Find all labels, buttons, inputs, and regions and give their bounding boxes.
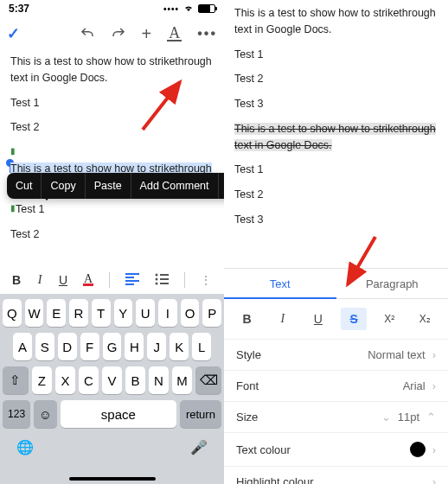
key-b[interactable]: B xyxy=(125,366,145,394)
paragraph[interactable]: Test 3 xyxy=(234,96,438,112)
tab-text[interactable]: Text xyxy=(224,269,336,299)
paragraph[interactable]: This is a test to show how to strikethro… xyxy=(10,54,214,86)
paragraph[interactable]: Test 2 xyxy=(234,71,438,87)
text-colour-option[interactable]: Text colour › xyxy=(224,433,448,467)
svg-rect-1 xyxy=(125,273,139,275)
key-v[interactable]: V xyxy=(102,366,122,394)
context-paste[interactable]: Paste xyxy=(86,173,131,199)
strikethrough-button[interactable]: S xyxy=(341,308,367,330)
key-shift[interactable]: ⇧ xyxy=(3,366,29,394)
svg-rect-8 xyxy=(160,278,169,280)
key-row-3: ⇧ Z X C V B N M ⌫ xyxy=(3,366,221,394)
more-icon[interactable]: ••• xyxy=(197,26,217,41)
key-a[interactable]: A xyxy=(13,333,32,360)
done-check-icon[interactable]: ✓ xyxy=(7,24,20,43)
text-color-button[interactable]: A xyxy=(83,274,93,286)
key-o[interactable]: O xyxy=(181,299,200,327)
key-q[interactable]: Q xyxy=(3,299,22,327)
text-format-icon[interactable]: A xyxy=(167,26,182,41)
right-screenshot: This is a test to show how to strikethro… xyxy=(224,0,448,484)
bold-button[interactable]: B xyxy=(234,308,260,330)
key-t[interactable]: T xyxy=(92,299,111,327)
key-return[interactable]: return xyxy=(180,400,221,428)
insert-plus-icon[interactable]: + xyxy=(142,24,152,44)
tab-paragraph[interactable]: Paragraph xyxy=(336,269,449,299)
key-f[interactable]: F xyxy=(80,333,99,360)
key-l[interactable]: L xyxy=(192,333,211,360)
subscript-button[interactable]: X₂ xyxy=(412,308,438,330)
style-option[interactable]: Style Normal text› xyxy=(224,340,448,371)
paragraph[interactable]: Test 1 xyxy=(10,95,214,111)
mic-icon[interactable]: 🎤 xyxy=(190,439,208,455)
colour-swatch xyxy=(410,442,426,457)
key-g[interactable]: G xyxy=(103,333,122,360)
chevron-right-icon: › xyxy=(432,475,436,484)
bullet-list-button[interactable] xyxy=(155,273,169,288)
redo-icon[interactable] xyxy=(111,26,126,41)
home-indicator[interactable] xyxy=(69,477,156,481)
key-space[interactable]: space xyxy=(61,400,176,428)
font-option[interactable]: Font Arial› xyxy=(224,371,448,402)
key-x[interactable]: X xyxy=(55,366,75,394)
format-buttons-row: B I U S X² X₂ xyxy=(224,299,448,340)
key-u[interactable]: U xyxy=(136,299,155,327)
key-n[interactable]: N xyxy=(149,366,169,394)
keyboard-bottom-row: 🌐 🎤 xyxy=(3,434,221,455)
paragraph[interactable]: Test 2 xyxy=(10,119,214,136)
paragraph[interactable]: Test 2 xyxy=(10,226,214,243)
context-cut[interactable]: Cut xyxy=(7,173,42,199)
chevron-right-icon: › xyxy=(432,443,436,456)
key-d[interactable]: D xyxy=(58,333,77,360)
paragraph-strikethrough[interactable]: This is a test to show how to strikethro… xyxy=(234,121,438,154)
size-decrease-icon[interactable]: ⌄ xyxy=(381,411,391,424)
svg-point-7 xyxy=(155,277,157,280)
key-m[interactable]: M xyxy=(172,366,192,394)
italic-button[interactable]: I xyxy=(36,273,43,287)
key-z[interactable]: Z xyxy=(32,366,52,394)
context-menu-tip xyxy=(42,194,52,201)
left-screenshot: 5:37 •••• ✓ + A ••• This is a test to sh… xyxy=(0,0,224,484)
key-k[interactable]: K xyxy=(170,333,189,360)
undo-icon[interactable] xyxy=(80,26,95,41)
key-c[interactable]: C xyxy=(79,366,99,394)
key-numbers[interactable]: 123 xyxy=(3,400,30,428)
italic-button[interactable]: I xyxy=(270,308,296,330)
size-label: Size xyxy=(236,411,258,424)
key-i[interactable]: I xyxy=(158,299,177,327)
key-j[interactable]: J xyxy=(147,333,166,360)
key-s[interactable]: S xyxy=(35,333,54,360)
superscript-button[interactable]: X² xyxy=(376,308,402,330)
key-p[interactable]: P xyxy=(202,299,221,327)
paragraph[interactable]: Test 2 xyxy=(234,187,438,203)
globe-icon[interactable]: 🌐 xyxy=(16,439,34,455)
key-r[interactable]: R xyxy=(69,299,88,327)
paragraph[interactable]: ▮Test 1 xyxy=(10,201,214,218)
chevron-right-icon: › xyxy=(432,348,436,361)
bold-button[interactable]: B xyxy=(12,273,21,287)
document-body[interactable]: This is a test to show how to strikethro… xyxy=(224,0,448,228)
key-e[interactable]: E xyxy=(47,299,66,327)
signal-icon: •••• xyxy=(163,4,179,14)
key-h[interactable]: H xyxy=(125,333,144,360)
highlight-colour-option[interactable]: Highlight colour › xyxy=(224,467,448,484)
more-format-icon[interactable]: ⋮ xyxy=(200,273,212,287)
context-add-comment[interactable]: Add Comment xyxy=(131,173,219,199)
underline-button[interactable]: U xyxy=(59,273,67,287)
status-time: 5:37 xyxy=(9,3,29,15)
size-increase-icon[interactable]: ⌃ xyxy=(426,411,436,424)
paragraph[interactable]: Test 1 xyxy=(234,47,438,63)
paragraph[interactable]: This is a test to show how to strikethro… xyxy=(234,5,438,38)
keyboard: Q W E R T Y U I O P A S D F G H J K L ⇧ … xyxy=(0,294,224,484)
status-bar: 5:37 •••• xyxy=(0,0,224,17)
key-emoji[interactable]: ☺ xyxy=(34,400,57,428)
key-backspace[interactable]: ⌫ xyxy=(195,366,221,394)
key-y[interactable]: Y xyxy=(114,299,133,327)
align-button[interactable] xyxy=(125,273,139,288)
wifi-icon xyxy=(182,3,195,15)
paragraph[interactable]: Test 1 xyxy=(234,162,438,178)
document-body[interactable]: This is a test to show how to strikethro… xyxy=(0,50,224,255)
key-w[interactable]: W xyxy=(25,299,44,327)
size-option: Size ⌄ 11pt ⌃ xyxy=(224,402,448,433)
underline-button[interactable]: U xyxy=(305,308,331,330)
paragraph[interactable]: Test 3 xyxy=(234,212,438,228)
